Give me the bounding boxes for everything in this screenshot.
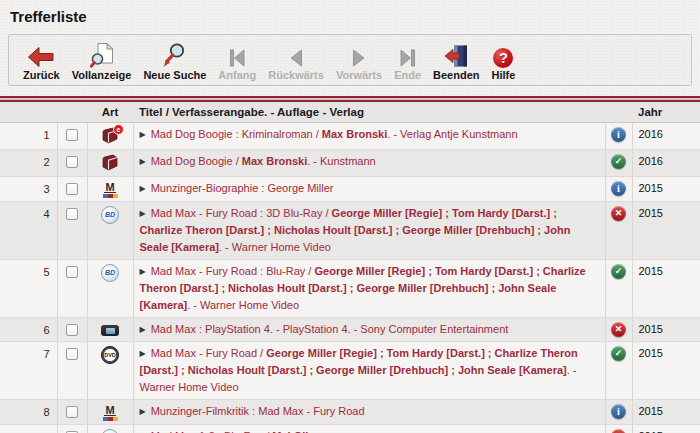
title-link[interactable]: Munzinger-Filmkritik : Mad Max - Fury Ro… xyxy=(151,405,365,417)
media-type-cell: M xyxy=(87,400,133,425)
title-cell: ▶Mad Dog Boogie : Kriminalroman / Max Br… xyxy=(133,123,605,150)
exit-door-icon xyxy=(443,41,469,68)
title-link[interactable]: Mad Max - Fury Road : 3D Blu-Ray / Georg… xyxy=(140,207,571,253)
available-icon[interactable]: ✓ xyxy=(611,264,626,279)
checkbox-cell xyxy=(57,260,87,318)
status-cell: ✓ xyxy=(605,342,632,400)
title-cell: ▶Mad Dog Boogie / Max Bronski. - Kunstma… xyxy=(133,150,605,177)
title-link[interactable]: Mad Max - Fury Road : Blu-Ray / George M… xyxy=(140,265,586,311)
info-icon[interactable]: i xyxy=(611,127,626,142)
header-art: Art xyxy=(87,102,133,123)
status-cell: i xyxy=(605,177,632,202)
results-table: Art Titel / Verfasserangabe. - Auflage -… xyxy=(0,102,700,433)
bluray-icon: BD xyxy=(101,429,119,433)
toolbar-button-hilfe[interactable]: ?Hilfe xyxy=(486,41,522,81)
row-number: 9 xyxy=(0,425,57,433)
media-type-cell: M xyxy=(87,177,133,202)
row-checkbox[interactable] xyxy=(66,406,78,418)
munzinger-icon: M xyxy=(103,405,118,421)
toolbar-button-vollanzeige[interactable]: Vollanzeige xyxy=(66,41,138,81)
toolbar: ZurückVollanzeigeNeue SucheAnfangRückwär… xyxy=(8,34,692,86)
checkbox-cell xyxy=(57,425,87,433)
row-checkbox[interactable] xyxy=(66,129,78,141)
header-checkbox xyxy=(57,102,87,123)
year-cell: 2015 xyxy=(632,177,700,202)
info-icon[interactable]: i xyxy=(611,181,626,196)
available-icon[interactable]: ✓ xyxy=(611,346,626,361)
title-link[interactable]: Mad Max : PlayStation 4. - PlayStation 4… xyxy=(151,323,509,335)
skip-last-icon xyxy=(399,41,417,68)
row-number: 2 xyxy=(0,150,57,177)
unavailable-icon[interactable]: ✕ xyxy=(611,429,626,433)
title-link[interactable]: Mad Dog Boogie / Max Bronski. - Kunstman… xyxy=(151,155,376,167)
toolbar-button-neue-suche[interactable]: Neue Suche xyxy=(137,41,212,81)
dvd-icon: DVD xyxy=(101,346,119,364)
title-segment: Mad Max : PlayStation 4. - PlayStation 4… xyxy=(151,323,509,335)
title-link[interactable]: Mad Dog Boogie : Kriminalroman / Max Bro… xyxy=(151,128,518,140)
expand-arrow-icon[interactable]: ▶ xyxy=(140,157,146,166)
status-cell: ✓ xyxy=(605,150,632,177)
help-icon: ? xyxy=(493,41,513,68)
checkbox-cell xyxy=(57,150,87,177)
expand-arrow-icon[interactable]: ▶ xyxy=(140,209,146,218)
row-checkbox[interactable] xyxy=(66,348,78,360)
toolbar-button-rueckwaerts: Rückwärts xyxy=(262,41,330,81)
info-icon[interactable]: i xyxy=(611,404,626,419)
year-cell: 2015 xyxy=(632,400,700,425)
status-cell: ✕ xyxy=(605,425,632,433)
expand-arrow-icon[interactable]: ▶ xyxy=(140,267,146,276)
table-row: 7DVD▶Mad Max - Fury Road / George Miller… xyxy=(0,342,700,400)
title-segment: Mad Dog Boogie / xyxy=(151,155,242,167)
table-row: 3M▶Munzinger-Biographie : George Milleri… xyxy=(0,177,700,202)
row-checkbox[interactable] xyxy=(66,183,78,195)
header-titel: Titel / Verfasserangabe. - Auflage - Ver… xyxy=(133,102,605,123)
title-cell: ▶Mad Max - Fury Road / George Miller [Re… xyxy=(133,342,605,400)
expand-arrow-icon[interactable]: ▶ xyxy=(140,184,146,193)
media-type-cell: BD xyxy=(87,202,133,260)
title-segment: . - Kunstmann xyxy=(307,155,375,167)
media-type-cell xyxy=(87,318,133,342)
table-row: 4BD▶Mad Max - Fury Road : 3D Blu-Ray / G… xyxy=(0,202,700,260)
header-jahr: Jahr xyxy=(632,102,700,123)
year-cell: 2015 xyxy=(632,342,700,400)
media-type-cell: BD xyxy=(87,425,133,433)
expand-arrow-icon[interactable]: ▶ xyxy=(140,349,146,358)
title-segment: Mad Dog Boogie : Kriminalroman / xyxy=(151,128,322,140)
toolbar-button-label: Anfang xyxy=(218,69,256,81)
table-row: 1e▶Mad Dog Boogie : Kriminalroman / Max … xyxy=(0,123,700,150)
title-link[interactable]: Munzinger-Biographie : George Miller xyxy=(151,182,334,194)
table-row: 6▶Mad Max : PlayStation 4. - PlayStation… xyxy=(0,318,700,342)
media-type-cell xyxy=(87,150,133,177)
status-cell: ✕ xyxy=(605,202,632,260)
toolbar-button-label: Vollanzeige xyxy=(72,69,132,81)
title-link[interactable]: Mad Max - Fury Road / George Miller [Reg… xyxy=(140,347,578,393)
header-number xyxy=(0,102,57,123)
expand-arrow-icon[interactable]: ▶ xyxy=(140,407,146,416)
toolbar-button-label: Vorwärts xyxy=(336,69,382,81)
title-segment: Max Bronski xyxy=(322,128,387,140)
title-cell: ▶Munzinger-Filmkritik : Mad Max - Fury R… xyxy=(133,400,605,425)
checkbox-cell xyxy=(57,177,87,202)
title-segment: . - Verlag Antje Kunstmann xyxy=(387,128,517,140)
row-checkbox[interactable] xyxy=(66,156,78,168)
checkbox-cell xyxy=(57,318,87,342)
media-type-cell: BD xyxy=(87,260,133,318)
bluray-icon: BD xyxy=(101,264,119,282)
row-checkbox[interactable] xyxy=(66,266,78,278)
checkbox-cell xyxy=(57,123,87,150)
toolbar-button-beenden[interactable]: Beenden xyxy=(427,41,485,81)
unavailable-icon[interactable]: ✕ xyxy=(611,206,626,221)
row-checkbox[interactable] xyxy=(66,208,78,220)
toolbar-button-label: Hilfe xyxy=(492,69,516,81)
checkbox-cell xyxy=(57,202,87,260)
expand-arrow-icon[interactable]: ▶ xyxy=(140,325,146,334)
toolbar-button-label: Beenden xyxy=(433,69,479,81)
expand-arrow-icon[interactable]: ▶ xyxy=(140,130,146,139)
available-icon[interactable]: ✓ xyxy=(611,154,626,169)
unavailable-icon[interactable]: ✕ xyxy=(611,322,626,337)
row-checkbox[interactable] xyxy=(66,324,78,336)
toolbar-button-ende: Ende xyxy=(388,41,427,81)
toolbar-button-zurueck[interactable]: Zurück xyxy=(17,41,66,81)
row-number: 1 xyxy=(0,123,57,150)
title-cell: ▶Mad Max 1-3 : Blu-Ray / Mel Gibson xyxy=(133,425,605,433)
